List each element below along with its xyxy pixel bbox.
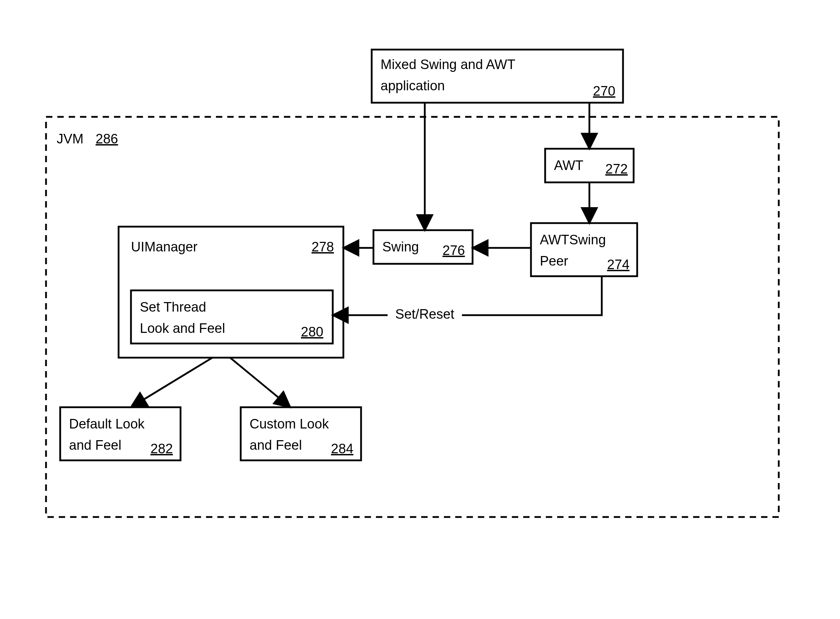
svg-text:Mixed Swing and AWT: Mixed Swing and AWT bbox=[380, 57, 515, 72]
architecture-diagram: JVM 286 Mixed Swing and AWT application … bbox=[0, 0, 840, 619]
svg-text:Peer: Peer bbox=[540, 254, 568, 268]
edge-setreset-label: Set/Reset bbox=[395, 307, 455, 321]
custom-laf-box: Custom Look and Feel 284 bbox=[241, 407, 361, 461]
app-num: 270 bbox=[593, 84, 615, 99]
arrow-uimanager-to-default-laf bbox=[131, 358, 212, 407]
default-laf-box: Default Look and Feel 282 bbox=[60, 407, 181, 461]
svg-text:Look and Feel: Look and Feel bbox=[140, 321, 225, 336]
svg-text:and Feel: and Feel bbox=[249, 438, 302, 453]
jvm-num: 286 bbox=[95, 132, 118, 146]
svg-text:UIManager: UIManager bbox=[131, 239, 197, 254]
svg-text:AWTSwing: AWTSwing bbox=[540, 232, 606, 247]
app-box: Mixed Swing and AWT application 270 bbox=[372, 49, 623, 103]
svg-text:AWT: AWT bbox=[554, 158, 583, 173]
awtswing-peer-box: AWTSwing Peer 274 bbox=[531, 223, 637, 276]
uimanager-num: 278 bbox=[312, 239, 334, 254]
awt-num: 272 bbox=[605, 161, 628, 176]
arrow-uimanager-to-custom-laf bbox=[230, 358, 290, 407]
swing-box: Swing 276 bbox=[373, 230, 473, 264]
svg-text:Swing: Swing bbox=[382, 239, 419, 254]
svg-text:and Feel: and Feel bbox=[69, 438, 121, 453]
awt-box: AWT 272 bbox=[545, 149, 634, 182]
svg-text:application: application bbox=[380, 78, 445, 93]
default-laf-num: 282 bbox=[151, 441, 173, 456]
arrow-awtswing-to-setlaf bbox=[333, 276, 602, 315]
svg-text:Custom Look: Custom Look bbox=[249, 416, 329, 431]
jvm-label: JVM bbox=[57, 132, 84, 146]
svg-text:Set Thread: Set Thread bbox=[140, 300, 206, 314]
set-thread-laf-num: 280 bbox=[301, 324, 323, 339]
custom-laf-num: 284 bbox=[331, 441, 353, 456]
svg-text:Default Look: Default Look bbox=[69, 416, 145, 431]
awtswing-num: 274 bbox=[607, 257, 630, 272]
set-thread-laf-box: Set Thread Look and Feel 280 bbox=[131, 290, 333, 344]
swing-num: 276 bbox=[443, 243, 465, 258]
